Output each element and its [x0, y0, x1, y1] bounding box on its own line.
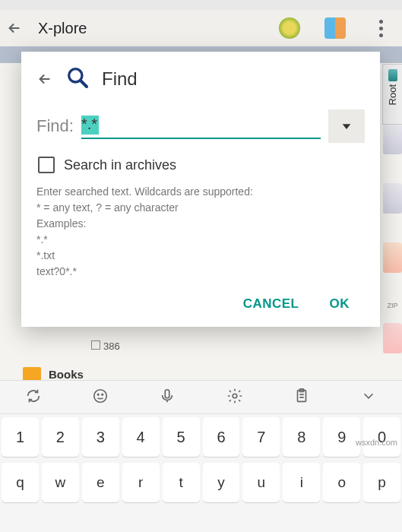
key-u[interactable]: u — [242, 463, 280, 502]
svg-point-4 — [102, 394, 103, 394]
cancel-button[interactable]: CANCEL — [243, 296, 299, 312]
key-o[interactable]: o — [323, 463, 360, 502]
key-9[interactable]: 9 — [323, 417, 360, 457]
key-e[interactable]: e — [82, 463, 119, 502]
svg-rect-5 — [166, 389, 170, 397]
key-p[interactable]: p — [363, 463, 400, 502]
find-label: Find: — [36, 116, 74, 136]
emoji-icon[interactable] — [92, 388, 109, 407]
history-dropdown-button[interactable] — [328, 109, 365, 143]
panes-icon[interactable] — [320, 13, 350, 43]
collapse-keyboard-icon[interactable] — [360, 388, 377, 407]
overflow-menu-icon[interactable] — [366, 13, 396, 43]
keyboard-number-row: 1 2 3 4 5 6 7 8 9 0 — [0, 414, 402, 460]
key-i[interactable]: i — [283, 463, 320, 502]
key-y[interactable]: y — [203, 463, 240, 502]
sync-icon[interactable] — [25, 388, 42, 407]
key-8[interactable]: 8 — [283, 417, 320, 457]
key-4[interactable]: 4 — [122, 417, 160, 457]
settings-icon[interactable] — [226, 388, 243, 407]
keyboard-letter-row: q w e r t y u i o p — [0, 460, 402, 505]
back-icon[interactable] — [6, 20, 23, 36]
svg-point-6 — [233, 394, 237, 398]
key-q[interactable]: q — [2, 463, 39, 502]
dialog-title: Find — [102, 68, 138, 90]
root-chip-icon — [388, 69, 397, 81]
dialog-back-icon[interactable] — [36, 71, 53, 87]
chevron-down-icon — [340, 120, 353, 132]
key-5[interactable]: 5 — [163, 417, 200, 457]
search-icon — [65, 65, 90, 93]
root-tab[interactable]: Root — [382, 64, 402, 125]
find-input[interactable] — [81, 114, 321, 139]
help-text: Enter searched text. Wildcards are suppo… — [36, 184, 365, 280]
app-bar: X-plore — [0, 10, 402, 46]
soft-keyboard: 1 2 3 4 5 6 7 8 9 0 q w e r t y u i o p — [0, 380, 402, 532]
key-w[interactable]: w — [42, 463, 79, 502]
folder-icon — [23, 367, 41, 381]
key-t[interactable]: t — [163, 463, 200, 502]
svg-point-2 — [94, 389, 107, 402]
watermark: wsxdn.com — [356, 438, 397, 447]
search-archives-checkbox[interactable]: Search in archives — [38, 157, 365, 173]
key-6[interactable]: 6 — [203, 417, 240, 457]
donate-icon[interactable] — [274, 13, 305, 43]
clipboard-icon[interactable] — [293, 388, 310, 407]
key-7[interactable]: 7 — [242, 417, 280, 457]
key-3[interactable]: 3 — [82, 417, 119, 457]
svg-line-1 — [81, 81, 87, 87]
key-2[interactable]: 2 — [42, 417, 79, 457]
ok-button[interactable]: OK — [330, 296, 350, 312]
key-r[interactable]: r — [122, 463, 160, 502]
mic-icon[interactable] — [159, 388, 176, 407]
app-title: X-plore — [38, 20, 259, 37]
folder-books[interactable]: Books — [23, 367, 84, 381]
svg-point-3 — [98, 394, 99, 394]
checkbox-icon — [38, 157, 55, 173]
bg-item-386: 386 — [103, 340, 120, 352]
key-1[interactable]: 1 — [2, 417, 39, 457]
find-dialog: Find Find: *.* Search in archives Enter … — [21, 52, 380, 327]
key-0[interactable]: 0 — [363, 417, 400, 457]
